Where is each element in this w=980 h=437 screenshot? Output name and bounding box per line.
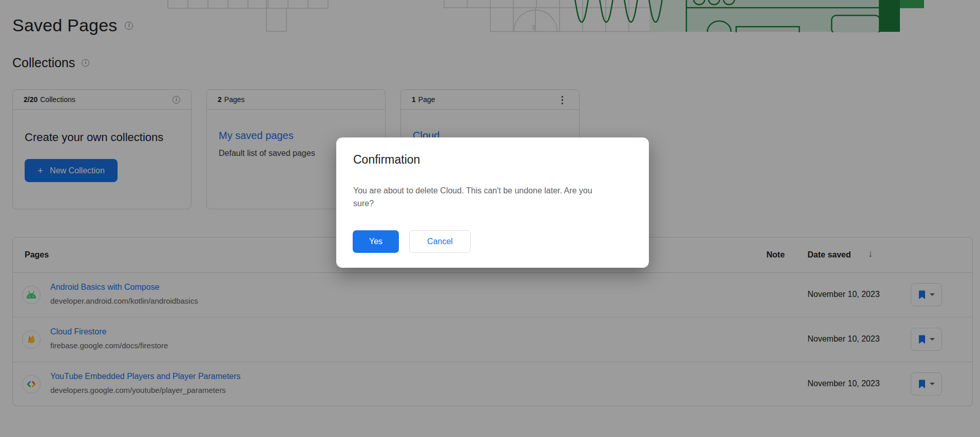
saved-pages-page: 3 Saved Pages i Collections i 2/20 Colle… [0,0,980,437]
confirmation-dialog: Confirmation You are about to delete Clo… [336,137,649,268]
dialog-title: Confirmation [353,153,420,167]
dialog-message: You are about to delete Cloud. This can'… [353,184,612,210]
cancel-button[interactable]: Cancel [409,230,471,253]
yes-button[interactable]: Yes [353,230,399,253]
dialog-actions: Yes Cancel [353,230,471,253]
